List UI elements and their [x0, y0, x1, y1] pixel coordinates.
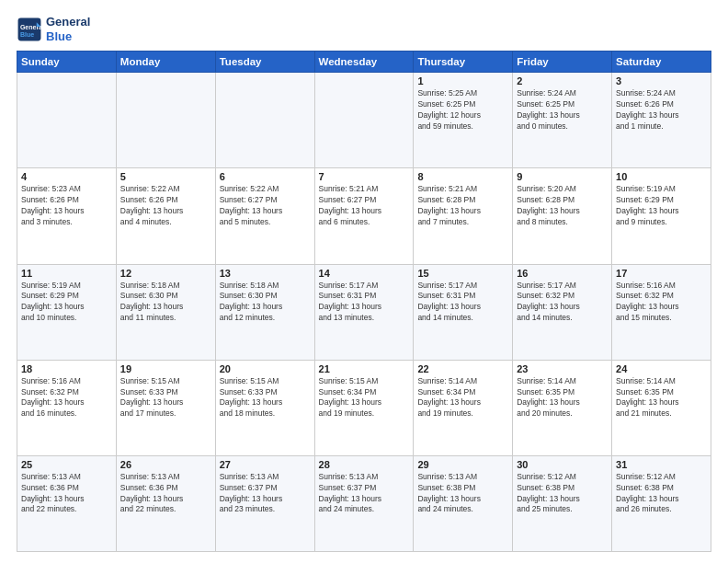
calendar-cell	[17, 73, 117, 168]
calendar-cell: 9Sunrise: 5:20 AM Sunset: 6:28 PM Daylig…	[513, 168, 612, 264]
day-info: Sunrise: 5:16 AM Sunset: 6:32 PM Dayligh…	[616, 281, 707, 325]
day-number: 1	[417, 75, 508, 86]
day-info: Sunrise: 5:15 AM Sunset: 6:34 PM Dayligh…	[319, 376, 410, 420]
calendar-cell: 25Sunrise: 5:13 AM Sunset: 6:36 PM Dayli…	[17, 455, 117, 551]
calendar-cell: 15Sunrise: 5:17 AM Sunset: 6:31 PM Dayli…	[414, 264, 513, 360]
day-info: Sunrise: 5:20 AM Sunset: 6:28 PM Dayligh…	[517, 184, 608, 228]
day-number: 24	[616, 363, 707, 374]
day-number: 11	[21, 268, 112, 279]
day-number: 9	[517, 171, 608, 182]
calendar-week-row: 1Sunrise: 5:25 AM Sunset: 6:25 PM Daylig…	[17, 73, 711, 168]
day-info: Sunrise: 5:21 AM Sunset: 6:27 PM Dayligh…	[319, 184, 410, 228]
weekday-header-friday: Friday	[513, 52, 612, 73]
day-info: Sunrise: 5:25 AM Sunset: 6:25 PM Dayligh…	[417, 88, 508, 132]
calendar-cell: 20Sunrise: 5:15 AM Sunset: 6:33 PM Dayli…	[215, 360, 314, 455]
calendar-cell: 31Sunrise: 5:12 AM Sunset: 6:38 PM Dayli…	[612, 455, 711, 551]
calendar-cell: 5Sunrise: 5:22 AM Sunset: 6:26 PM Daylig…	[116, 168, 215, 264]
day-number: 2	[517, 75, 608, 86]
day-number: 10	[616, 171, 707, 182]
calendar-week-row: 25Sunrise: 5:13 AM Sunset: 6:36 PM Dayli…	[17, 455, 711, 551]
day-info: Sunrise: 5:24 AM Sunset: 6:26 PM Dayligh…	[616, 88, 707, 132]
day-number: 26	[120, 459, 211, 470]
day-info: Sunrise: 5:24 AM Sunset: 6:25 PM Dayligh…	[517, 88, 608, 132]
day-info: Sunrise: 5:19 AM Sunset: 6:29 PM Dayligh…	[21, 281, 112, 325]
calendar-cell: 21Sunrise: 5:15 AM Sunset: 6:34 PM Dayli…	[314, 360, 414, 455]
weekday-header-saturday: Saturday	[612, 52, 711, 73]
day-info: Sunrise: 5:21 AM Sunset: 6:28 PM Dayligh…	[417, 184, 508, 228]
calendar-cell: 28Sunrise: 5:13 AM Sunset: 6:37 PM Dayli…	[314, 455, 414, 551]
day-info: Sunrise: 5:14 AM Sunset: 6:35 PM Dayligh…	[517, 376, 608, 420]
day-number: 30	[517, 459, 608, 470]
day-number: 8	[417, 171, 508, 182]
day-info: Sunrise: 5:14 AM Sunset: 6:35 PM Dayligh…	[616, 376, 707, 420]
day-number: 7	[319, 171, 410, 182]
day-number: 20	[220, 363, 311, 374]
weekday-header-row: SundayMondayTuesdayWednesdayThursdayFrid…	[17, 52, 711, 73]
calendar-cell: 2Sunrise: 5:24 AM Sunset: 6:25 PM Daylig…	[513, 73, 612, 168]
day-number: 14	[319, 268, 410, 279]
day-number: 18	[21, 363, 112, 374]
calendar-cell: 1Sunrise: 5:25 AM Sunset: 6:25 PM Daylig…	[414, 73, 513, 168]
day-number: 19	[120, 363, 211, 374]
calendar-cell: 8Sunrise: 5:21 AM Sunset: 6:28 PM Daylig…	[414, 168, 513, 264]
day-info: Sunrise: 5:13 AM Sunset: 6:36 PM Dayligh…	[21, 472, 112, 516]
day-info: Sunrise: 5:18 AM Sunset: 6:30 PM Dayligh…	[220, 281, 311, 325]
day-info: Sunrise: 5:17 AM Sunset: 6:31 PM Dayligh…	[417, 281, 508, 325]
weekday-header-wednesday: Wednesday	[314, 52, 414, 73]
day-number: 4	[21, 171, 112, 182]
day-info: Sunrise: 5:17 AM Sunset: 6:31 PM Dayligh…	[319, 281, 410, 325]
day-info: Sunrise: 5:12 AM Sunset: 6:38 PM Dayligh…	[616, 472, 707, 516]
calendar-cell: 6Sunrise: 5:22 AM Sunset: 6:27 PM Daylig…	[215, 168, 314, 264]
day-info: Sunrise: 5:19 AM Sunset: 6:29 PM Dayligh…	[616, 184, 707, 228]
day-number: 12	[120, 268, 211, 279]
weekday-header-tuesday: Tuesday	[215, 52, 314, 73]
logo-text-line1: General	[46, 15, 90, 29]
svg-text:Blue: Blue	[20, 30, 34, 37]
day-number: 21	[319, 363, 410, 374]
day-info: Sunrise: 5:13 AM Sunset: 6:38 PM Dayligh…	[417, 472, 508, 516]
calendar-cell: 13Sunrise: 5:18 AM Sunset: 6:30 PM Dayli…	[215, 264, 314, 360]
day-number: 27	[220, 459, 311, 470]
day-info: Sunrise: 5:22 AM Sunset: 6:27 PM Dayligh…	[220, 184, 311, 228]
day-info: Sunrise: 5:13 AM Sunset: 6:36 PM Dayligh…	[120, 472, 211, 516]
calendar-week-row: 18Sunrise: 5:16 AM Sunset: 6:32 PM Dayli…	[17, 360, 711, 455]
day-number: 15	[417, 268, 508, 279]
day-number: 29	[417, 459, 508, 470]
day-info: Sunrise: 5:12 AM Sunset: 6:38 PM Dayligh…	[517, 472, 608, 516]
logo-text-line2: Blue	[46, 29, 90, 44]
day-number: 13	[220, 268, 311, 279]
day-info: Sunrise: 5:18 AM Sunset: 6:30 PM Dayligh…	[120, 281, 211, 325]
calendar-cell: 14Sunrise: 5:17 AM Sunset: 6:31 PM Dayli…	[314, 264, 414, 360]
day-number: 17	[616, 268, 707, 279]
calendar-week-row: 4Sunrise: 5:23 AM Sunset: 6:26 PM Daylig…	[17, 168, 711, 264]
calendar-cell: 10Sunrise: 5:19 AM Sunset: 6:29 PM Dayli…	[612, 168, 711, 264]
calendar-cell	[314, 73, 414, 168]
header: General Blue General Blue	[17, 15, 711, 43]
calendar-cell: 22Sunrise: 5:14 AM Sunset: 6:34 PM Dayli…	[414, 360, 513, 455]
day-info: Sunrise: 5:15 AM Sunset: 6:33 PM Dayligh…	[220, 376, 311, 420]
calendar-cell	[215, 73, 314, 168]
calendar-cell: 12Sunrise: 5:18 AM Sunset: 6:30 PM Dayli…	[116, 264, 215, 360]
calendar-cell: 23Sunrise: 5:14 AM Sunset: 6:35 PM Dayli…	[513, 360, 612, 455]
day-number: 3	[616, 75, 707, 86]
calendar-cell: 7Sunrise: 5:21 AM Sunset: 6:27 PM Daylig…	[314, 168, 414, 264]
calendar-cell: 24Sunrise: 5:14 AM Sunset: 6:35 PM Dayli…	[612, 360, 711, 455]
day-info: Sunrise: 5:22 AM Sunset: 6:26 PM Dayligh…	[120, 184, 211, 228]
weekday-header-sunday: Sunday	[17, 52, 117, 73]
day-info: Sunrise: 5:23 AM Sunset: 6:26 PM Dayligh…	[21, 184, 112, 228]
day-number: 28	[319, 459, 410, 470]
calendar-cell: 18Sunrise: 5:16 AM Sunset: 6:32 PM Dayli…	[17, 360, 117, 455]
calendar-cell: 3Sunrise: 5:24 AM Sunset: 6:26 PM Daylig…	[612, 73, 711, 168]
calendar-cell: 4Sunrise: 5:23 AM Sunset: 6:26 PM Daylig…	[17, 168, 117, 264]
weekday-header-monday: Monday	[116, 52, 215, 73]
calendar-table: SundayMondayTuesdayWednesdayThursdayFrid…	[17, 51, 711, 552]
day-info: Sunrise: 5:14 AM Sunset: 6:34 PM Dayligh…	[417, 376, 508, 420]
day-info: Sunrise: 5:16 AM Sunset: 6:32 PM Dayligh…	[21, 376, 112, 420]
calendar-week-row: 11Sunrise: 5:19 AM Sunset: 6:29 PM Dayli…	[17, 264, 711, 360]
logo: General Blue General Blue	[17, 15, 90, 43]
calendar-cell: 30Sunrise: 5:12 AM Sunset: 6:38 PM Dayli…	[513, 455, 612, 551]
logo-icon: General Blue	[17, 17, 42, 42]
page: General Blue General Blue SundayMondayTu…	[0, 0, 728, 563]
calendar-cell: 11Sunrise: 5:19 AM Sunset: 6:29 PM Dayli…	[17, 264, 117, 360]
day-number: 6	[220, 171, 311, 182]
